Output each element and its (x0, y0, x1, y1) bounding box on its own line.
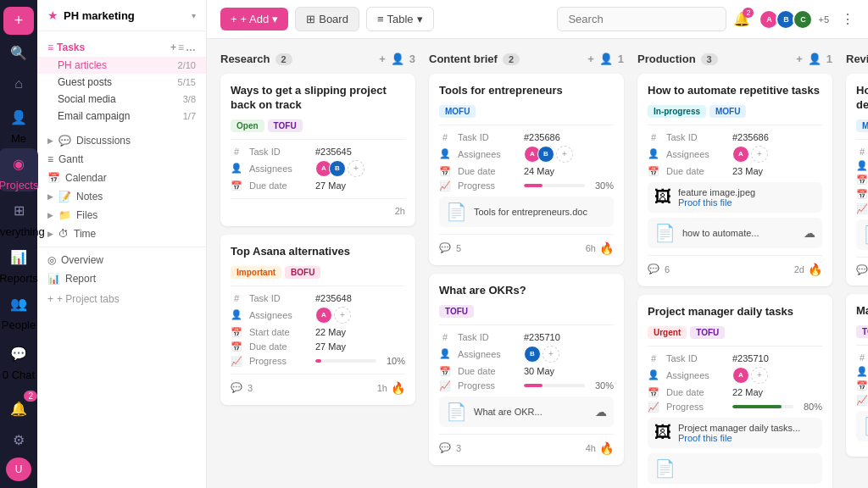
tag-mofu: MOFU (856, 119, 868, 132)
me-nav-label: Me (11, 132, 26, 145)
card-cb2-taskid-row: # Task ID #235710 (439, 332, 614, 342)
sidebar-item-files[interactable]: ▶ 📁 Files (37, 206, 206, 225)
image-icon-p2: 🖼 (654, 423, 671, 442)
content-brief-title: Content brief (429, 53, 498, 65)
toolbar-extra-avatars: +5 (818, 14, 829, 25)
sidebar-item-overview[interactable]: ◎ Overview (37, 251, 206, 269)
overview-icon: ◎ (47, 254, 56, 266)
production-add-icon[interactable]: + (796, 53, 803, 65)
word-icon-rv2: 📄 (863, 416, 868, 436)
production-column-actions[interactable]: + 👤 1 (796, 53, 832, 65)
sidebar-item-calendar[interactable]: 📅 Calendar (37, 169, 206, 187)
calendar-due-icon: 📅 (856, 189, 868, 200)
tag-mofu: MOFU (709, 105, 746, 118)
social-media-count: 3/8 (183, 94, 196, 104)
add-nav-button[interactable]: + (3, 7, 34, 35)
card-rv1-tags: MOFU (856, 119, 868, 132)
settings-nav-button[interactable]: ⚙ (3, 426, 34, 454)
chat-nav-item[interactable]: 💬 0 Chat (3, 338, 35, 381)
research-column-actions[interactable]: + 👤 3 (379, 53, 415, 65)
add-assignee-button[interactable]: + (751, 146, 768, 163)
card-cb2-comments: 3 (456, 443, 461, 453)
ph-articles-label: PH articles (58, 59, 107, 71)
card-rv2-file: 📄 Making... (856, 411, 868, 441)
reports-nav-label: Reports (0, 272, 38, 285)
production-person-icon[interactable]: 👤 (808, 53, 821, 65)
toolbar-more-button[interactable]: ⋮ (841, 11, 854, 27)
search-nav-button[interactable]: 🔍 (3, 38, 34, 66)
card-rv2-taskid-row: # Task ID (856, 352, 868, 363)
word-icon-p2: 📄 (654, 458, 676, 479)
add-assignee-button[interactable]: + (348, 160, 364, 177)
progress-icon: 📈 (856, 203, 868, 214)
me-nav-item[interactable]: 👤 Me (3, 102, 34, 145)
card-p1-file1-link[interactable]: Proof this file (678, 197, 755, 208)
card-rv1-duedate-row: 📅 Due date (856, 189, 868, 200)
add-assignee-button[interactable]: + (334, 307, 351, 324)
tasks-section-header[interactable]: ≡ Tasks + ≡ … (37, 38, 206, 57)
sidebar-header[interactable]: ★ PH marketing ▾ (37, 0, 206, 31)
tag-tofu: TOFU (268, 119, 303, 132)
card-rv2-duedate-row: 📅 Due date (856, 380, 868, 391)
everything-nav-item[interactable]: ⊞ Everything (0, 195, 45, 238)
content-brief-person-icon[interactable]: 👤 (599, 53, 613, 65)
sidebar-item-ph-articles[interactable]: PH articles 2/10 (37, 57, 206, 74)
sidebar-item-report[interactable]: 📊 Report (37, 269, 206, 288)
card-rv1-title: How to better h... deadlines as a... (856, 84, 868, 113)
research-person-icon[interactable]: 👤 (391, 53, 404, 65)
sidebar-item-guest-posts[interactable]: Guest posts 5/15 (37, 74, 206, 91)
card-r1-assignees-row: 👤 Assignees A B + (231, 160, 405, 177)
card-p2-file1: 🖼 Project manager daily tasks... Proof t… (648, 418, 822, 448)
card-r1-taskid-row: # Task ID #235645 (231, 147, 405, 157)
fire-icon: 🔥 (599, 441, 614, 455)
tasks-filter-icon[interactable]: ≡ (178, 42, 184, 53)
notifications-nav-button[interactable]: 🔔2 (3, 394, 34, 422)
research-add-icon[interactable]: + (379, 53, 386, 65)
sidebar-item-email-campaign[interactable]: Email campaign 1/7 (37, 108, 206, 125)
add-assignee-button[interactable]: + (751, 367, 768, 384)
card-p2-duedate: 22 May (732, 387, 763, 397)
projects-nav-item[interactable]: ◉ Projects (0, 148, 38, 191)
progress-bar-cb2-fill (524, 384, 542, 387)
content-brief-column-actions[interactable]: + 👤 1 (587, 53, 624, 65)
sidebar-item-gantt[interactable]: ≡ Gantt (37, 150, 206, 169)
project-tabs-button[interactable]: + + Project tabs (37, 288, 206, 310)
sidebar-item-discussions[interactable]: ▶ 💬 Discussions (37, 131, 206, 150)
calendar-row-icon: 📅 (231, 180, 242, 191)
progress-bar-r2 (315, 359, 376, 363)
people-nav-item[interactable]: 👥 People (2, 288, 36, 331)
home-nav-button[interactable]: ⌂ (3, 70, 34, 98)
word-icon: 📄 (654, 223, 676, 243)
card-p1-file1: 🖼 feature image.jpeg Proof this file (648, 182, 822, 213)
tasks-section: ≡ Tasks + ≡ … PH articles 2/10 Guest pos… (37, 31, 206, 131)
board-view-button[interactable]: ⊞ Board (295, 7, 359, 31)
add-assignee-button[interactable]: + (542, 346, 559, 363)
production-title: Production (637, 53, 696, 65)
tasks-add-icon[interactable]: + (170, 42, 176, 53)
card-p1-comments: 6 (665, 264, 670, 274)
guest-posts-label: Guest posts (58, 76, 112, 88)
add-assignee-button[interactable]: + (556, 146, 573, 163)
search-input[interactable] (557, 7, 726, 31)
fire-icon-p1: 🔥 (808, 263, 822, 276)
user-avatar-nav[interactable]: U (6, 458, 31, 481)
sidebar-item-social-media[interactable]: Social media 3/8 (37, 91, 206, 108)
reports-nav-item[interactable]: 📊 Reports (0, 241, 38, 285)
toolbar: + + Add ▾ ⊞ Board ≡ Table ▾ 🔔 2 A B C +5… (207, 0, 868, 39)
notif-bell[interactable]: 🔔 2 (733, 11, 750, 27)
table-chevron-icon: ▾ (417, 13, 423, 25)
social-media-label: Social media (58, 93, 116, 105)
sidebar-item-notes[interactable]: ▶ 📝 Notes (37, 187, 206, 206)
duedate-label: Due date (458, 366, 517, 376)
card-ways-project: Ways to get a slipping project back on t… (220, 74, 415, 226)
table-view-button[interactable]: ≡ Table ▾ (366, 7, 434, 31)
tasks-more-icon[interactable]: … (186, 42, 196, 53)
add-button[interactable]: + + Add ▾ (220, 8, 288, 30)
content-brief-add-icon[interactable]: + (587, 53, 594, 65)
card-p2-file1-link[interactable]: Proof this file (678, 433, 800, 443)
card-rv2-tags: TOFU (856, 325, 868, 338)
sidebar-item-time[interactable]: ▶ ⏱ Time (37, 225, 206, 243)
tasks-actions[interactable]: + ≡ … (170, 42, 196, 53)
notes-arrow-icon: ▶ (47, 192, 53, 201)
card-p2-duedate-row: 📅 Due date 22 May (648, 387, 822, 398)
